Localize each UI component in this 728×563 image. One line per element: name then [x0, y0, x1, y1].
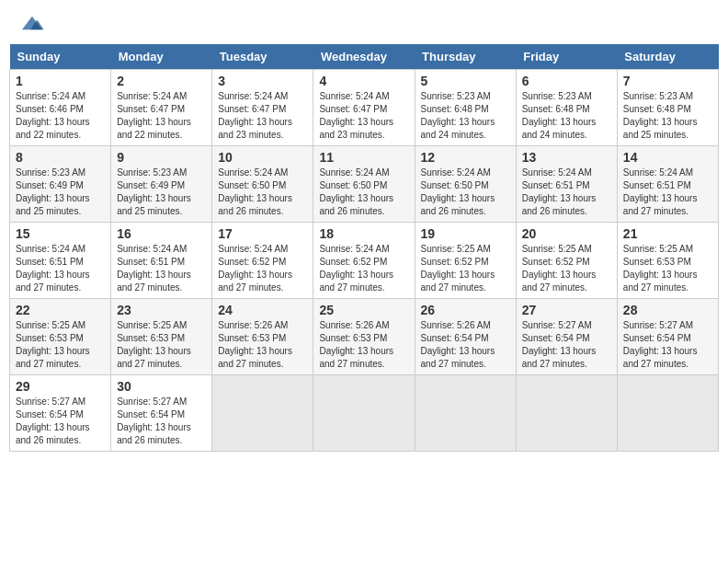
day-info: Sunrise: 5:24 AMSunset: 6:47 PMDaylight:…: [117, 91, 191, 140]
day-number: 20: [522, 226, 611, 241]
logo: [18, 15, 48, 33]
day-info: Sunrise: 5:27 AMSunset: 6:54 PMDaylight:…: [117, 396, 191, 445]
day-number: 14: [623, 150, 712, 165]
day-number: 28: [623, 303, 712, 317]
day-info: Sunrise: 5:23 AMSunset: 6:49 PMDaylight:…: [117, 167, 191, 216]
calendar-week-3: 15 Sunrise: 5:24 AMSunset: 6:51 PMDaylig…: [10, 223, 719, 299]
calendar-cell: 29 Sunrise: 5:27 AMSunset: 6:54 PMDaylig…: [10, 375, 111, 452]
day-number: 4: [319, 74, 408, 88]
day-number: 30: [117, 379, 206, 394]
day-number: 21: [623, 226, 712, 241]
calendar-cell: 3 Sunrise: 5:24 AMSunset: 6:47 PMDayligh…: [212, 70, 313, 146]
day-number: 26: [421, 303, 510, 317]
day-info: Sunrise: 5:24 AMSunset: 6:52 PMDaylight:…: [218, 244, 292, 293]
day-number: 19: [421, 226, 510, 241]
day-info: Sunrise: 5:24 AMSunset: 6:47 PMDaylight:…: [218, 91, 292, 140]
calendar-cell: [415, 375, 516, 452]
calendar-cell: 13 Sunrise: 5:24 AMSunset: 6:51 PMDaylig…: [516, 146, 617, 223]
day-number: 7: [623, 74, 712, 88]
weekday-header-tuesday: Tuesday: [212, 44, 313, 70]
calendar-cell: 23 Sunrise: 5:25 AMSunset: 6:53 PMDaylig…: [111, 299, 212, 375]
calendar-cell: 5 Sunrise: 5:23 AMSunset: 6:48 PMDayligh…: [415, 70, 516, 146]
day-number: 18: [319, 226, 408, 241]
day-number: 2: [117, 74, 206, 88]
day-number: 1: [16, 74, 105, 88]
day-number: 25: [319, 303, 408, 317]
day-info: Sunrise: 5:24 AMSunset: 6:46 PMDaylight:…: [16, 91, 90, 140]
calendar-cell: [313, 375, 415, 452]
day-number: 16: [117, 226, 206, 241]
day-info: Sunrise: 5:24 AMSunset: 6:50 PMDaylight:…: [421, 167, 495, 216]
day-info: Sunrise: 5:26 AMSunset: 6:54 PMDaylight:…: [421, 320, 495, 369]
day-number: 13: [522, 150, 611, 165]
calendar-cell: 6 Sunrise: 5:23 AMSunset: 6:48 PMDayligh…: [516, 70, 617, 146]
calendar-cell: 12 Sunrise: 5:24 AMSunset: 6:50 PMDaylig…: [415, 146, 516, 223]
calendar-cell: 18 Sunrise: 5:24 AMSunset: 6:52 PMDaylig…: [313, 223, 415, 299]
day-number: 15: [16, 226, 105, 241]
calendar-cell: [516, 375, 617, 452]
day-info: Sunrise: 5:27 AMSunset: 6:54 PMDaylight:…: [16, 396, 90, 445]
day-number: 17: [218, 226, 307, 241]
calendar-cell: 11 Sunrise: 5:24 AMSunset: 6:50 PMDaylig…: [313, 146, 415, 223]
day-info: Sunrise: 5:25 AMSunset: 6:52 PMDaylight:…: [522, 244, 597, 293]
day-info: Sunrise: 5:25 AMSunset: 6:53 PMDaylight:…: [623, 244, 698, 293]
calendar-cell: 24 Sunrise: 5:26 AMSunset: 6:53 PMDaylig…: [212, 299, 313, 375]
weekday-header-friday: Friday: [516, 44, 617, 70]
calendar-cell: 9 Sunrise: 5:23 AMSunset: 6:49 PMDayligh…: [111, 146, 212, 223]
day-info: Sunrise: 5:27 AMSunset: 6:54 PMDaylight:…: [522, 320, 597, 369]
day-number: 29: [16, 379, 105, 394]
calendar-cell: 26 Sunrise: 5:26 AMSunset: 6:54 PMDaylig…: [415, 299, 516, 375]
day-info: Sunrise: 5:26 AMSunset: 6:53 PMDaylight:…: [218, 320, 292, 369]
calendar-cell: 8 Sunrise: 5:23 AMSunset: 6:49 PMDayligh…: [10, 146, 111, 223]
day-info: Sunrise: 5:25 AMSunset: 6:52 PMDaylight:…: [421, 244, 495, 293]
day-number: 24: [218, 303, 307, 317]
calendar-cell: 16 Sunrise: 5:24 AMSunset: 6:51 PMDaylig…: [111, 223, 212, 299]
day-info: Sunrise: 5:25 AMSunset: 6:53 PMDaylight:…: [117, 320, 191, 369]
day-number: 3: [218, 74, 307, 88]
calendar-cell: 1 Sunrise: 5:24 AMSunset: 6:46 PMDayligh…: [10, 70, 111, 146]
weekday-header-row: SundayMondayTuesdayWednesdayThursdayFrid…: [10, 44, 719, 70]
day-info: Sunrise: 5:24 AMSunset: 6:50 PMDaylight:…: [218, 167, 292, 216]
calendar-cell: 2 Sunrise: 5:24 AMSunset: 6:47 PMDayligh…: [111, 70, 212, 146]
calendar-cell: 17 Sunrise: 5:24 AMSunset: 6:52 PMDaylig…: [212, 223, 313, 299]
calendar-week-5: 29 Sunrise: 5:27 AMSunset: 6:54 PMDaylig…: [10, 375, 719, 452]
day-number: 6: [522, 74, 611, 88]
calendar-cell: 7 Sunrise: 5:23 AMSunset: 6:48 PMDayligh…: [617, 70, 718, 146]
calendar-week-2: 8 Sunrise: 5:23 AMSunset: 6:49 PMDayligh…: [10, 146, 719, 223]
day-info: Sunrise: 5:24 AMSunset: 6:50 PMDaylight:…: [319, 167, 393, 216]
calendar-cell: 30 Sunrise: 5:27 AMSunset: 6:54 PMDaylig…: [111, 375, 212, 452]
day-number: 11: [319, 150, 408, 165]
day-number: 27: [522, 303, 611, 317]
weekday-header-sunday: Sunday: [10, 44, 111, 70]
calendar-cell: [617, 375, 718, 452]
calendar-cell: 21 Sunrise: 5:25 AMSunset: 6:53 PMDaylig…: [617, 223, 718, 299]
weekday-header-thursday: Thursday: [415, 44, 516, 70]
day-info: Sunrise: 5:24 AMSunset: 6:51 PMDaylight:…: [16, 244, 90, 293]
day-number: 12: [421, 150, 510, 165]
day-info: Sunrise: 5:25 AMSunset: 6:53 PMDaylight:…: [16, 320, 90, 369]
day-info: Sunrise: 5:24 AMSunset: 6:52 PMDaylight:…: [319, 244, 393, 293]
calendar-cell: 14 Sunrise: 5:24 AMSunset: 6:51 PMDaylig…: [617, 146, 718, 223]
calendar-cell: 28 Sunrise: 5:27 AMSunset: 6:54 PMDaylig…: [617, 299, 718, 375]
weekday-header-monday: Monday: [111, 44, 212, 70]
weekday-header-saturday: Saturday: [617, 44, 718, 70]
weekday-header-wednesday: Wednesday: [313, 44, 415, 70]
day-info: Sunrise: 5:24 AMSunset: 6:47 PMDaylight:…: [319, 91, 393, 140]
day-info: Sunrise: 5:26 AMSunset: 6:53 PMDaylight:…: [319, 320, 393, 369]
day-info: Sunrise: 5:23 AMSunset: 6:49 PMDaylight:…: [16, 167, 90, 216]
calendar-week-4: 22 Sunrise: 5:25 AMSunset: 6:53 PMDaylig…: [10, 299, 719, 375]
day-info: Sunrise: 5:24 AMSunset: 6:51 PMDaylight:…: [623, 167, 698, 216]
day-number: 23: [117, 303, 206, 317]
day-number: 8: [16, 150, 105, 165]
day-number: 22: [16, 303, 105, 317]
calendar-week-1: 1 Sunrise: 5:24 AMSunset: 6:46 PMDayligh…: [10, 70, 719, 146]
logo-icon: [18, 15, 44, 33]
calendar-cell: 20 Sunrise: 5:25 AMSunset: 6:52 PMDaylig…: [516, 223, 617, 299]
day-info: Sunrise: 5:24 AMSunset: 6:51 PMDaylight:…: [522, 167, 597, 216]
day-number: 10: [218, 150, 307, 165]
calendar-cell: 15 Sunrise: 5:24 AMSunset: 6:51 PMDaylig…: [10, 223, 111, 299]
day-info: Sunrise: 5:23 AMSunset: 6:48 PMDaylight:…: [522, 91, 597, 140]
calendar-cell: [212, 375, 313, 452]
calendar-cell: 4 Sunrise: 5:24 AMSunset: 6:47 PMDayligh…: [313, 70, 415, 146]
calendar-cell: 19 Sunrise: 5:25 AMSunset: 6:52 PMDaylig…: [415, 223, 516, 299]
